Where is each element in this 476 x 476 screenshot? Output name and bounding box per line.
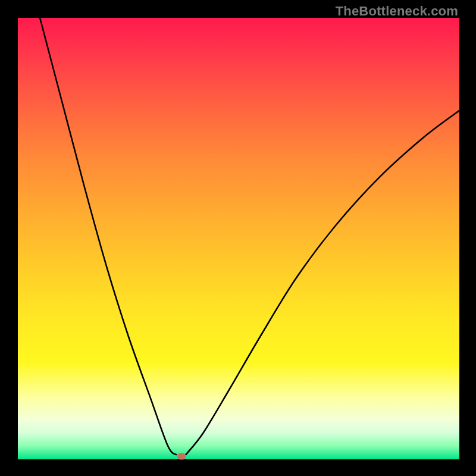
watermark-text: TheBottleneck.com (336, 4, 458, 19)
curve-right-branch (186, 111, 459, 455)
plot-area (18, 18, 459, 459)
bottleneck-curve (18, 18, 459, 459)
curve-left-branch (40, 18, 177, 455)
optimal-point-marker (177, 453, 186, 459)
chart-frame: TheBottleneck.com (0, 0, 476, 476)
